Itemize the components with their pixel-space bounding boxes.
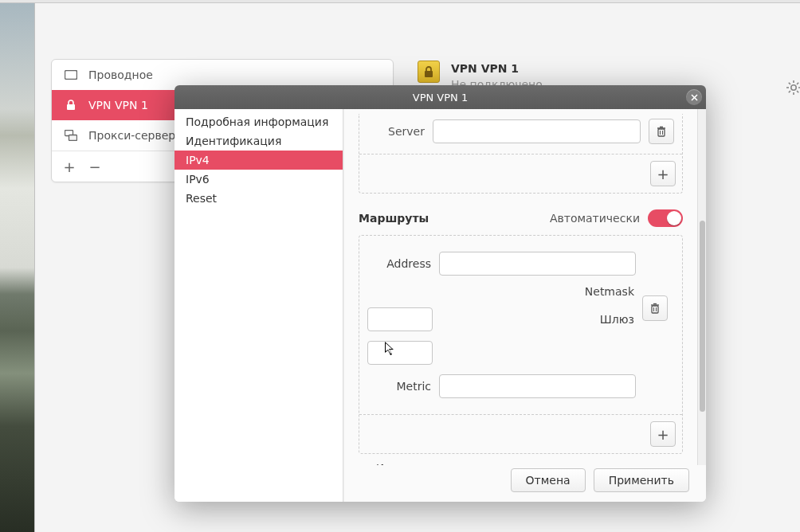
connection-title: VPN VPN 1 bbox=[451, 62, 519, 75]
svg-line-12 bbox=[789, 91, 790, 92]
remove-connection-button[interactable]: − bbox=[84, 156, 106, 177]
content-scrollbar[interactable] bbox=[697, 109, 706, 465]
proxy-icon bbox=[65, 130, 77, 141]
modal-nav: Подробная информация Идентификация IPv4 … bbox=[175, 109, 343, 502]
sidebar-item-label: Прокси-сервер bbox=[88, 129, 175, 142]
routes-auto-switch[interactable] bbox=[648, 209, 683, 227]
dns-server-row: Server bbox=[359, 114, 682, 154]
nav-details[interactable]: Подробная информация bbox=[175, 112, 343, 131]
desktop-wallpaper bbox=[0, 3, 34, 532]
netmask-label: Netmask bbox=[439, 285, 642, 298]
svg-point-5 bbox=[791, 85, 796, 90]
add-connection-button[interactable]: + bbox=[58, 156, 80, 177]
routes-title: Маршруты bbox=[359, 212, 429, 225]
svg-line-11 bbox=[797, 91, 798, 92]
routes-header: Маршруты Автоматически bbox=[359, 209, 683, 227]
route-address-input[interactable] bbox=[439, 252, 636, 276]
nav-reset[interactable]: Reset bbox=[175, 189, 343, 208]
scrollbar-thumb[interactable] bbox=[700, 221, 705, 412]
cancel-button[interactable]: Отмена bbox=[511, 468, 586, 492]
routes-add-bar: + bbox=[359, 414, 682, 453]
vpn-config-modal: VPN VPN 1 Подробная информация Идентифик… bbox=[175, 85, 706, 502]
wired-icon bbox=[65, 69, 77, 80]
routes-auto-wrap: Автоматически bbox=[550, 209, 683, 227]
modal-button-bar: Отмена Применить bbox=[503, 464, 697, 497]
scroll-area: Server + Маршруты Автом bbox=[344, 109, 697, 465]
svg-rect-3 bbox=[69, 135, 77, 141]
modal-content: Server + Маршруты Автом bbox=[343, 109, 706, 502]
sidebar-item-label: VPN VPN 1 bbox=[88, 99, 148, 111]
connection-settings-button[interactable] bbox=[782, 76, 800, 99]
modal-close-button[interactable] bbox=[686, 89, 702, 105]
metric-label: Metric bbox=[367, 380, 439, 393]
modal-body: Подробная информация Идентификация IPv4 … bbox=[175, 109, 706, 502]
svg-rect-1 bbox=[67, 104, 75, 110]
nav-identity[interactable]: Идентификация bbox=[175, 131, 343, 151]
lock-icon bbox=[65, 100, 77, 111]
svg-rect-16 bbox=[658, 129, 665, 136]
modal-title: VPN VPN 1 bbox=[413, 92, 468, 104]
connection-lock-icon bbox=[418, 61, 440, 83]
svg-rect-4 bbox=[425, 71, 433, 77]
gateway-label: Шлюз bbox=[439, 313, 642, 326]
delete-server-button[interactable] bbox=[649, 119, 674, 144]
delete-route-button[interactable] bbox=[642, 295, 668, 321]
server-input[interactable] bbox=[433, 119, 641, 143]
nav-ipv4[interactable]: IPv4 bbox=[175, 151, 343, 170]
add-server-button[interactable]: + bbox=[650, 161, 676, 186]
svg-rect-0 bbox=[65, 71, 77, 80]
routes-group: Address Netmask Шлюз bbox=[359, 235, 683, 454]
dns-section-bottom: Server + bbox=[359, 114, 683, 194]
add-route-button[interactable]: + bbox=[650, 421, 676, 447]
server-label: Server bbox=[367, 125, 425, 138]
modal-titlebar[interactable]: VPN VPN 1 bbox=[175, 85, 706, 109]
nav-ipv6[interactable]: IPv6 bbox=[175, 170, 343, 189]
address-label: Address bbox=[367, 257, 439, 270]
route-netmask-input[interactable] bbox=[367, 307, 433, 331]
svg-line-13 bbox=[797, 83, 798, 84]
dns-add-bar: + bbox=[359, 154, 682, 193]
route-metric-input[interactable] bbox=[439, 374, 636, 398]
auto-label: Автоматически bbox=[550, 212, 640, 225]
apply-button[interactable]: Применить bbox=[594, 468, 689, 492]
route-gateway-input[interactable] bbox=[367, 341, 433, 365]
svg-rect-21 bbox=[652, 306, 658, 313]
network-settings-window: Проводное VPN VPN 1 Прокси-сервер + − VP… bbox=[34, 3, 800, 532]
sidebar-item-label: Проводное bbox=[88, 68, 153, 81]
svg-line-10 bbox=[789, 83, 790, 84]
